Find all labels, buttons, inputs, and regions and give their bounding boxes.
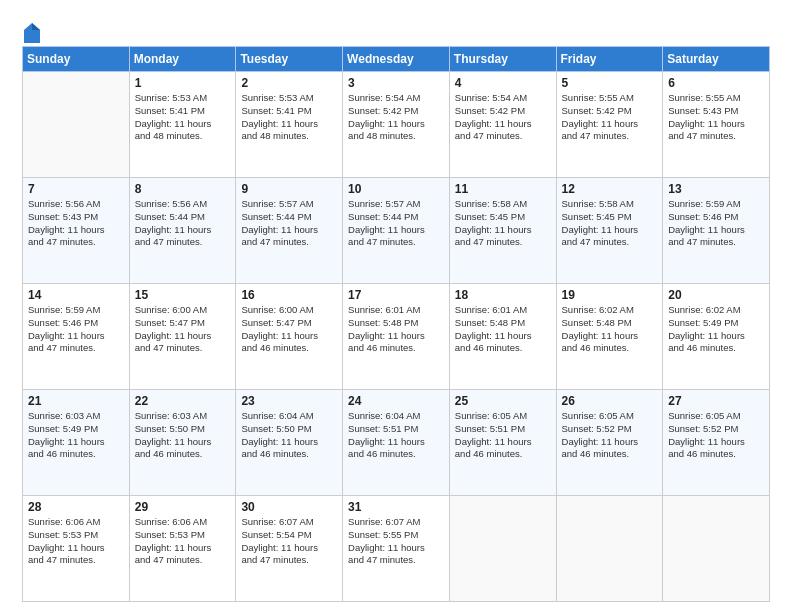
calendar-cell: 5Sunrise: 5:55 AM Sunset: 5:42 PM Daylig… — [556, 72, 663, 178]
cell-info: Sunrise: 6:03 AM Sunset: 5:49 PM Dayligh… — [28, 410, 124, 461]
day-number: 17 — [348, 288, 444, 302]
calendar-cell: 22Sunrise: 6:03 AM Sunset: 5:50 PM Dayli… — [129, 390, 236, 496]
calendar-cell: 30Sunrise: 6:07 AM Sunset: 5:54 PM Dayli… — [236, 496, 343, 602]
day-number: 15 — [135, 288, 231, 302]
day-number: 7 — [28, 182, 124, 196]
header-row: SundayMondayTuesdayWednesdayThursdayFrid… — [23, 47, 770, 72]
day-number: 22 — [135, 394, 231, 408]
cell-info: Sunrise: 5:57 AM Sunset: 5:44 PM Dayligh… — [241, 198, 337, 249]
cell-info: Sunrise: 6:03 AM Sunset: 5:50 PM Dayligh… — [135, 410, 231, 461]
day-number: 30 — [241, 500, 337, 514]
day-number: 24 — [348, 394, 444, 408]
calendar-cell — [23, 72, 130, 178]
calendar-cell: 28Sunrise: 6:06 AM Sunset: 5:53 PM Dayli… — [23, 496, 130, 602]
calendar-cell — [449, 496, 556, 602]
day-number: 28 — [28, 500, 124, 514]
day-number: 16 — [241, 288, 337, 302]
cell-info: Sunrise: 5:57 AM Sunset: 5:44 PM Dayligh… — [348, 198, 444, 249]
cell-info: Sunrise: 6:05 AM Sunset: 5:51 PM Dayligh… — [455, 410, 551, 461]
week-row-2: 14Sunrise: 5:59 AM Sunset: 5:46 PM Dayli… — [23, 284, 770, 390]
cell-info: Sunrise: 5:55 AM Sunset: 5:42 PM Dayligh… — [562, 92, 658, 143]
calendar-cell: 6Sunrise: 5:55 AM Sunset: 5:43 PM Daylig… — [663, 72, 770, 178]
calendar-cell: 31Sunrise: 6:07 AM Sunset: 5:55 PM Dayli… — [343, 496, 450, 602]
cell-info: Sunrise: 6:02 AM Sunset: 5:49 PM Dayligh… — [668, 304, 764, 355]
cell-info: Sunrise: 5:58 AM Sunset: 5:45 PM Dayligh… — [562, 198, 658, 249]
calendar-cell: 29Sunrise: 6:06 AM Sunset: 5:53 PM Dayli… — [129, 496, 236, 602]
calendar-cell: 9Sunrise: 5:57 AM Sunset: 5:44 PM Daylig… — [236, 178, 343, 284]
header-cell-thursday: Thursday — [449, 47, 556, 72]
cell-info: Sunrise: 6:05 AM Sunset: 5:52 PM Dayligh… — [668, 410, 764, 461]
cell-info: Sunrise: 5:59 AM Sunset: 5:46 PM Dayligh… — [668, 198, 764, 249]
day-number: 12 — [562, 182, 658, 196]
day-number: 8 — [135, 182, 231, 196]
calendar-header: SundayMondayTuesdayWednesdayThursdayFrid… — [23, 47, 770, 72]
day-number: 25 — [455, 394, 551, 408]
cell-info: Sunrise: 6:04 AM Sunset: 5:50 PM Dayligh… — [241, 410, 337, 461]
calendar-cell: 24Sunrise: 6:04 AM Sunset: 5:51 PM Dayli… — [343, 390, 450, 496]
cell-info: Sunrise: 6:00 AM Sunset: 5:47 PM Dayligh… — [241, 304, 337, 355]
cell-info: Sunrise: 5:58 AM Sunset: 5:45 PM Dayligh… — [455, 198, 551, 249]
day-number: 21 — [28, 394, 124, 408]
calendar-cell: 15Sunrise: 6:00 AM Sunset: 5:47 PM Dayli… — [129, 284, 236, 390]
calendar-cell: 27Sunrise: 6:05 AM Sunset: 5:52 PM Dayli… — [663, 390, 770, 496]
header-cell-friday: Friday — [556, 47, 663, 72]
calendar-cell — [556, 496, 663, 602]
calendar-cell: 11Sunrise: 5:58 AM Sunset: 5:45 PM Dayli… — [449, 178, 556, 284]
calendar-cell: 25Sunrise: 6:05 AM Sunset: 5:51 PM Dayli… — [449, 390, 556, 496]
cell-info: Sunrise: 6:01 AM Sunset: 5:48 PM Dayligh… — [348, 304, 444, 355]
cell-info: Sunrise: 6:01 AM Sunset: 5:48 PM Dayligh… — [455, 304, 551, 355]
cell-info: Sunrise: 6:02 AM Sunset: 5:48 PM Dayligh… — [562, 304, 658, 355]
day-number: 2 — [241, 76, 337, 90]
day-number: 27 — [668, 394, 764, 408]
calendar-cell: 3Sunrise: 5:54 AM Sunset: 5:42 PM Daylig… — [343, 72, 450, 178]
cell-info: Sunrise: 5:53 AM Sunset: 5:41 PM Dayligh… — [241, 92, 337, 143]
cell-info: Sunrise: 6:07 AM Sunset: 5:55 PM Dayligh… — [348, 516, 444, 567]
cell-info: Sunrise: 5:59 AM Sunset: 5:46 PM Dayligh… — [28, 304, 124, 355]
calendar-cell: 16Sunrise: 6:00 AM Sunset: 5:47 PM Dayli… — [236, 284, 343, 390]
day-number: 11 — [455, 182, 551, 196]
day-number: 13 — [668, 182, 764, 196]
cell-info: Sunrise: 5:55 AM Sunset: 5:43 PM Dayligh… — [668, 92, 764, 143]
day-number: 1 — [135, 76, 231, 90]
header — [22, 18, 770, 40]
day-number: 19 — [562, 288, 658, 302]
day-number: 3 — [348, 76, 444, 90]
cell-info: Sunrise: 6:04 AM Sunset: 5:51 PM Dayligh… — [348, 410, 444, 461]
calendar-cell: 17Sunrise: 6:01 AM Sunset: 5:48 PM Dayli… — [343, 284, 450, 390]
logo — [22, 22, 41, 40]
day-number: 14 — [28, 288, 124, 302]
cell-info: Sunrise: 5:54 AM Sunset: 5:42 PM Dayligh… — [348, 92, 444, 143]
week-row-4: 28Sunrise: 6:06 AM Sunset: 5:53 PM Dayli… — [23, 496, 770, 602]
calendar-cell: 21Sunrise: 6:03 AM Sunset: 5:49 PM Dayli… — [23, 390, 130, 496]
day-number: 31 — [348, 500, 444, 514]
week-row-0: 1Sunrise: 5:53 AM Sunset: 5:41 PM Daylig… — [23, 72, 770, 178]
calendar-cell — [663, 496, 770, 602]
calendar-cell: 10Sunrise: 5:57 AM Sunset: 5:44 PM Dayli… — [343, 178, 450, 284]
calendar-cell: 19Sunrise: 6:02 AM Sunset: 5:48 PM Dayli… — [556, 284, 663, 390]
calendar-cell: 20Sunrise: 6:02 AM Sunset: 5:49 PM Dayli… — [663, 284, 770, 390]
week-row-3: 21Sunrise: 6:03 AM Sunset: 5:49 PM Dayli… — [23, 390, 770, 496]
day-number: 26 — [562, 394, 658, 408]
day-number: 5 — [562, 76, 658, 90]
day-number: 6 — [668, 76, 764, 90]
logo-icon — [23, 22, 41, 44]
cell-info: Sunrise: 5:54 AM Sunset: 5:42 PM Dayligh… — [455, 92, 551, 143]
calendar-cell: 18Sunrise: 6:01 AM Sunset: 5:48 PM Dayli… — [449, 284, 556, 390]
calendar-cell: 12Sunrise: 5:58 AM Sunset: 5:45 PM Dayli… — [556, 178, 663, 284]
cell-info: Sunrise: 6:06 AM Sunset: 5:53 PM Dayligh… — [135, 516, 231, 567]
day-number: 9 — [241, 182, 337, 196]
header-cell-monday: Monday — [129, 47, 236, 72]
page: SundayMondayTuesdayWednesdayThursdayFrid… — [0, 0, 792, 612]
calendar-cell: 23Sunrise: 6:04 AM Sunset: 5:50 PM Dayli… — [236, 390, 343, 496]
calendar-cell: 1Sunrise: 5:53 AM Sunset: 5:41 PM Daylig… — [129, 72, 236, 178]
cell-info: Sunrise: 5:56 AM Sunset: 5:43 PM Dayligh… — [28, 198, 124, 249]
header-cell-tuesday: Tuesday — [236, 47, 343, 72]
header-cell-wednesday: Wednesday — [343, 47, 450, 72]
cell-info: Sunrise: 5:56 AM Sunset: 5:44 PM Dayligh… — [135, 198, 231, 249]
calendar-cell: 2Sunrise: 5:53 AM Sunset: 5:41 PM Daylig… — [236, 72, 343, 178]
cell-info: Sunrise: 6:06 AM Sunset: 5:53 PM Dayligh… — [28, 516, 124, 567]
calendar-body: 1Sunrise: 5:53 AM Sunset: 5:41 PM Daylig… — [23, 72, 770, 602]
day-number: 20 — [668, 288, 764, 302]
calendar-cell: 7Sunrise: 5:56 AM Sunset: 5:43 PM Daylig… — [23, 178, 130, 284]
cell-info: Sunrise: 6:07 AM Sunset: 5:54 PM Dayligh… — [241, 516, 337, 567]
